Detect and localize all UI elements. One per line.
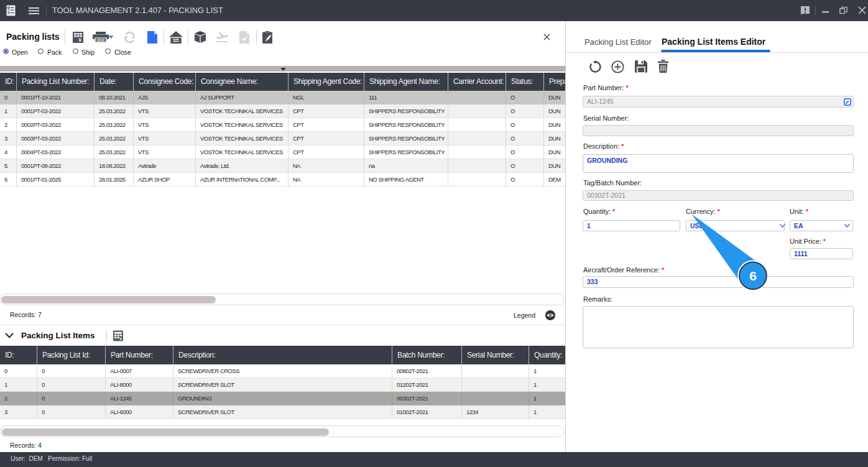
- svg-text:6: 6: [749, 269, 757, 283]
- svg-text:x: x: [119, 336, 122, 341]
- svg-text:x: x: [78, 37, 81, 43]
